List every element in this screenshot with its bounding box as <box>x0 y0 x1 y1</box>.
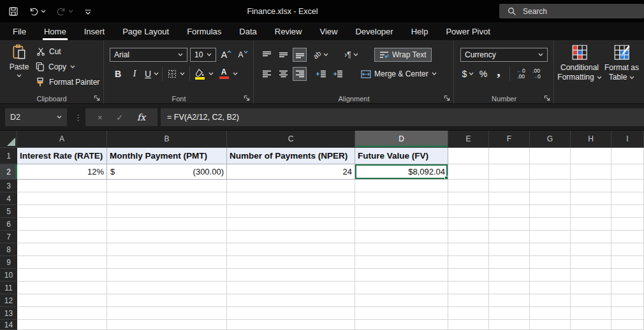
cell-A1[interactable]: Interest Rate (RATE) <box>17 148 107 164</box>
row-header-3[interactable]: 3 <box>0 180 17 192</box>
cell-E7[interactable] <box>448 231 489 243</box>
cell-B10[interactable] <box>107 269 227 282</box>
cell-B2[interactable]: $(300.00) <box>107 164 227 180</box>
cell-H4[interactable] <box>571 192 611 205</box>
cell-C8[interactable] <box>227 243 355 256</box>
row-header-12[interactable]: 12 <box>0 294 17 307</box>
cell-A3[interactable] <box>17 180 107 192</box>
cell-A14[interactable] <box>17 320 107 330</box>
tab-developer[interactable]: Developer <box>346 22 402 40</box>
cell-H1[interactable] <box>571 148 611 164</box>
cell-B7[interactable] <box>107 231 227 243</box>
cell-I7[interactable] <box>611 231 644 243</box>
cell-I6[interactable] <box>611 218 644 231</box>
tab-page-layout[interactable]: Page Layout <box>113 22 178 40</box>
cell-H13[interactable] <box>571 307 611 320</box>
undo-button[interactable] <box>27 4 48 18</box>
cell-B4[interactable] <box>107 192 227 205</box>
row-header-5[interactable]: 5 <box>0 205 17 218</box>
cell-H11[interactable] <box>571 282 611 294</box>
tab-file[interactable]: File <box>4 22 35 40</box>
font-color-button[interactable]: A <box>217 67 238 81</box>
increase-indent-button[interactable] <box>331 67 345 81</box>
tab-help[interactable]: Help <box>402 22 437 40</box>
underline-button[interactable]: U <box>144 67 159 81</box>
cell-A4[interactable] <box>17 192 107 205</box>
cell-C10[interactable] <box>227 269 355 282</box>
cell-E12[interactable] <box>448 294 489 307</box>
decrease-font-size-button[interactable]: A <box>236 48 250 62</box>
cell-E3[interactable] <box>448 180 489 192</box>
align-middle-button[interactable] <box>276 48 290 62</box>
cell-H10[interactable] <box>571 269 611 282</box>
increase-font-size-button[interactable]: A <box>219 48 233 62</box>
align-bottom-button[interactable] <box>293 48 307 62</box>
cell-F1[interactable] <box>489 148 530 164</box>
cell-F6[interactable] <box>489 218 530 231</box>
cell-B8[interactable] <box>107 243 227 256</box>
cell-B11[interactable] <box>107 282 227 294</box>
align-right-button[interactable] <box>293 67 307 81</box>
cell-E13[interactable] <box>448 307 489 320</box>
cell-C9[interactable] <box>227 256 355 269</box>
cell-I4[interactable] <box>611 192 644 205</box>
cell-D2[interactable]: $8,092.04 <box>355 164 448 180</box>
insert-function-button[interactable]: fx <box>137 112 145 122</box>
cell-I10[interactable] <box>611 269 644 282</box>
cell-D6[interactable] <box>355 218 448 231</box>
cell-C12[interactable] <box>227 294 355 307</box>
cell-I1[interactable] <box>611 148 644 164</box>
cell-H12[interactable] <box>571 294 611 307</box>
cell-A8[interactable] <box>17 243 107 256</box>
name-box[interactable]: D2 <box>5 108 67 126</box>
cell-G11[interactable] <box>530 282 571 294</box>
decrease-indent-button[interactable] <box>314 67 328 81</box>
number-dialog-launcher[interactable] <box>543 94 551 102</box>
cell-E10[interactable] <box>448 269 489 282</box>
cell-G3[interactable] <box>530 180 571 192</box>
cell-E9[interactable] <box>448 256 489 269</box>
font-name-select[interactable]: Arial <box>110 48 187 62</box>
column-header-B[interactable]: B <box>107 131 227 148</box>
cell-G5[interactable] <box>530 205 571 218</box>
wrap-text-button[interactable]: Wrap Text <box>374 48 432 62</box>
cell-E6[interactable] <box>448 218 489 231</box>
customize-quick-access-button[interactable] <box>82 5 94 18</box>
italic-button[interactable]: I <box>128 67 142 81</box>
tab-data[interactable]: Data <box>230 22 265 40</box>
cell-G12[interactable] <box>530 294 571 307</box>
row-header-6[interactable]: 6 <box>0 218 17 231</box>
cell-G10[interactable] <box>530 269 571 282</box>
cell-H9[interactable] <box>571 256 611 269</box>
cell-D11[interactable] <box>355 282 448 294</box>
cell-G8[interactable] <box>530 243 571 256</box>
clipboard-dialog-launcher[interactable] <box>93 94 101 102</box>
cell-I14[interactable] <box>611 320 644 330</box>
row-header-8[interactable]: 8 <box>0 243 17 256</box>
align-top-button[interactable] <box>260 48 274 62</box>
increase-decimal-button[interactable]: ←0.00 <box>514 67 528 81</box>
column-header-C[interactable]: C <box>227 131 355 148</box>
column-header-I[interactable]: I <box>611 131 644 148</box>
row-header-13[interactable]: 13 <box>0 307 17 320</box>
formula-input[interactable]: = FV(A2/12, C2, B2) <box>161 108 644 126</box>
align-left-button[interactable] <box>260 67 274 81</box>
format-as-table-button[interactable]: Format as Table <box>602 44 641 82</box>
bold-button[interactable]: B <box>111 67 125 81</box>
cell-D10[interactable] <box>355 269 448 282</box>
cell-B14[interactable] <box>107 320 227 330</box>
cell-A13[interactable] <box>17 307 107 320</box>
cell-E1[interactable] <box>448 148 489 164</box>
cell-F9[interactable] <box>489 256 530 269</box>
borders-button[interactable] <box>165 67 187 81</box>
formula-bar-resize-handle[interactable]: ⋮ <box>74 108 82 126</box>
column-header-F[interactable]: F <box>489 131 530 148</box>
accounting-format-button[interactable]: $ <box>461 67 475 81</box>
cell-F14[interactable] <box>489 320 530 330</box>
redo-button[interactable] <box>54 4 75 18</box>
cell-H3[interactable] <box>571 180 611 192</box>
column-header-A[interactable]: A <box>17 131 107 148</box>
cell-F8[interactable] <box>489 243 530 256</box>
cell-C7[interactable] <box>227 231 355 243</box>
cell-I9[interactable] <box>611 256 644 269</box>
